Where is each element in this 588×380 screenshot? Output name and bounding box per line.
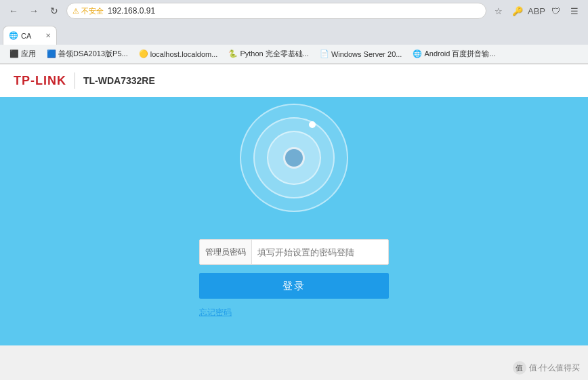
bottom-watermark: 值 值·什么值得买 — [513, 361, 580, 375]
login-form: 管理员密码 登录 忘记密码 — [199, 239, 389, 318]
bookmark-windows[interactable]: 📄 Windows Server 20... — [316, 48, 406, 60]
localhost-icon: 🟡 — [139, 49, 148, 58]
password-input-row: 管理员密码 — [199, 239, 389, 265]
android-icon: 🌐 — [413, 49, 422, 58]
windows-icon: 📄 — [320, 49, 329, 58]
browser-chrome: ← → ↻ ⚠ 不安全 192.168.0.91 ☆ 🔑 ABP 🛡 ☰ 🌐 C… — [0, 0, 588, 64]
wifi-small-dot — [309, 121, 316, 128]
bookmark-localhost-label: localhost.localdom... — [150, 50, 218, 58]
forgot-password-link[interactable]: 忘记密码 — [199, 307, 232, 318]
bookmark-python[interactable]: 🐍 Python 完全零基础... — [224, 47, 312, 60]
tp-link-logo: TP-LINK — [14, 74, 66, 88]
bookmark-dsa-label: 善领DSA2013版P5... — [58, 49, 128, 59]
main-area: 管理员密码 登录 忘记密码 值 值·什么值得买 — [0, 97, 588, 345]
shield-icon[interactable]: 🛡 — [547, 3, 564, 19]
bookmark-apps[interactable]: ⬛ 应用 — [5, 47, 40, 60]
dsa-icon: 🟦 — [47, 49, 56, 58]
apps-icon: ⬛ — [9, 49, 19, 58]
tab-favicon: 🌐 — [9, 31, 18, 40]
key-icon[interactable]: 🔑 — [509, 3, 526, 19]
title-bar: ← → ↻ ⚠ 不安全 192.168.0.91 ☆ 🔑 ABP 🛡 ☰ — [0, 0, 588, 22]
bookmark-dsa[interactable]: 🟦 善领DSA2013版P5... — [43, 47, 132, 60]
tp-link-header: TP-LINK TL-WDA7332RE — [0, 64, 588, 97]
page-content: TP-LINK TL-WDA7332RE 管理员密码 登录 忘记密码 — [0, 64, 588, 345]
bookmark-android-label: Android 百度拼音输... — [424, 49, 495, 59]
bookmark-android[interactable]: 🌐 Android 百度拼音输... — [408, 47, 499, 60]
password-label: 管理员密码 — [200, 240, 252, 264]
security-warning: ⚠ 不安全 — [72, 6, 104, 16]
header-divider — [75, 72, 75, 89]
forward-button[interactable]: → — [26, 3, 42, 19]
tabs-bar: 🌐 CA ✕ — [0, 22, 588, 45]
active-tab[interactable]: 🌐 CA ✕ — [3, 26, 57, 45]
model-name: TL-WDA7332RE — [83, 75, 155, 86]
content-area: 管理员密码 登录 忘记密码 值 值·什么值得买 — [0, 97, 588, 345]
wifi-graphic — [233, 97, 355, 219]
login-button[interactable]: 登录 — [199, 273, 389, 299]
bookmark-apps-label: 应用 — [21, 49, 36, 59]
reload-button[interactable]: ↻ — [46, 3, 62, 19]
password-input[interactable] — [252, 240, 388, 264]
bookmark-icon[interactable]: ☆ — [490, 3, 507, 19]
back-button[interactable]: ← — [5, 3, 22, 19]
python-icon: 🐍 — [228, 49, 238, 58]
bookmark-python-label: Python 完全零基础... — [240, 49, 308, 59]
watermark-icon: 值 — [513, 361, 526, 375]
watermark-text: 值·什么值得买 — [529, 362, 580, 374]
bookmarks-bar: ⬛ 应用 🟦 善领DSA2013版P5... 🟡 localhost.local… — [0, 45, 588, 64]
menu-icon[interactable]: ☰ — [566, 3, 583, 19]
tab-close-button[interactable]: ✕ — [45, 32, 51, 39]
address-bar[interactable]: ⚠ 不安全 192.168.0.91 — [66, 3, 486, 19]
abp-icon[interactable]: ABP — [528, 3, 545, 19]
bookmark-localhost[interactable]: 🟡 localhost.localdom... — [135, 48, 222, 60]
tab-label: CA — [21, 32, 43, 40]
address-text: 192.168.0.91 — [108, 6, 155, 16]
title-right: ☆ 🔑 ABP 🛡 ☰ — [490, 3, 583, 19]
bookmark-windows-label: Windows Server 20... — [331, 50, 402, 58]
wifi-center-dot — [283, 147, 305, 169]
